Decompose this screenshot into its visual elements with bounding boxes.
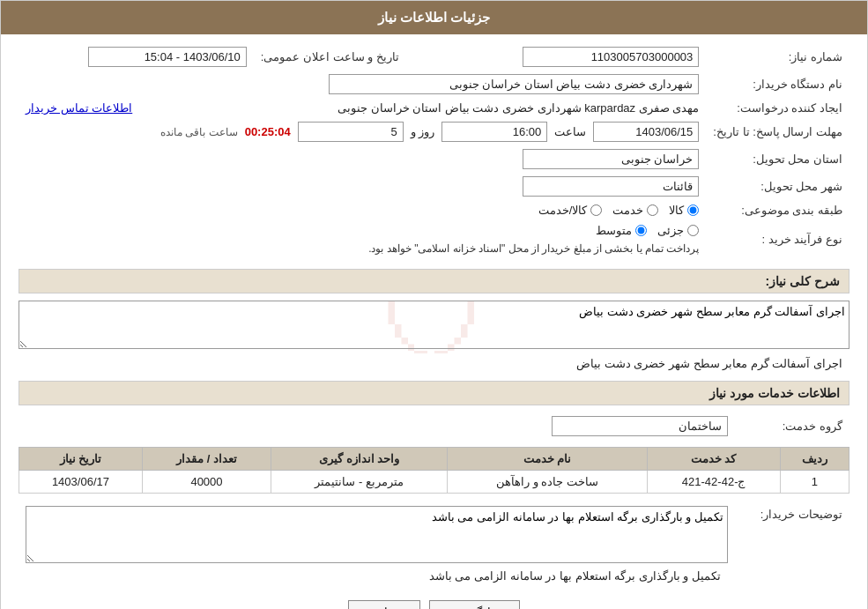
mohlat-label: مهلت ارسال پاسخ: تا تاریخ: (706, 118, 849, 145)
name-dastgah-value: شهرداری خضری دشت بیاض استان خراسان جنوبی (329, 74, 699, 94)
button-group: بازگشت چاپ (19, 600, 849, 609)
shomare-niaz-value: 1103005703000003 (523, 47, 699, 67)
etela-tamas-link[interactable]: اطلاعات تماس خریدار (26, 101, 132, 115)
col-date: تاریخ نیاز (19, 448, 143, 471)
services-table: ردیف کد خدمت نام خدمت واحد اندازه گیری ت… (19, 447, 849, 494)
ostan-label: استان محل تحویل: (706, 145, 849, 173)
tarikh-label: تاریخ و ساعت اعلان عمومی: (254, 43, 417, 71)
sharh-container: 🛡 اجرای آسفالت گرم معابر سطح شهر خضری دش… (19, 301, 849, 370)
col-radif: ردیف (780, 448, 849, 471)
buyer-notes-container: تکمیل و بارگذاری برگه استعلام بها در سام… (26, 506, 728, 583)
name-dastgah-label: نام دستگاه خریدار: (706, 71, 849, 98)
ostan-value: خراسان جنوبی (523, 149, 699, 169)
page-title: جزئیات اطلاعات نیاز (1, 1, 867, 34)
col-qty: تعداد / مقدار (142, 448, 271, 471)
noe-jozi[interactable]: جزئی (657, 224, 699, 237)
col-code: کد خدمت (647, 448, 780, 471)
tabaqe-khedmat[interactable]: خدمت (612, 204, 658, 217)
table-row: 1ج-42-42-421ساخت جاده و راهآهنمترمربع - … (19, 471, 849, 494)
mohlat-saat-label: ساعت (554, 125, 586, 138)
noe-farayand-label: نوع فرآیند خرید : (706, 220, 849, 258)
gorooh-value: ساختمان (552, 416, 728, 436)
ejad-konande-label: ایجاد کننده درخواست: (706, 98, 849, 118)
sharh-textarea[interactable] (19, 301, 849, 349)
mohlat-remaining-value: 00:25:04 (245, 125, 291, 138)
mohlat-date: 1403/06/15 (593, 122, 699, 142)
noe-farayand-note: پرداخت تمام یا بخشی از مبلغ خریدار از مح… (368, 242, 699, 255)
btn-back[interactable]: بازگشت (429, 600, 520, 609)
khadamat-section-title: اطلاعات خدمات مورد نیاز (19, 381, 849, 405)
tabaqe-kala[interactable]: کالا (669, 204, 699, 217)
buyer-notes-textarea[interactable] (26, 506, 728, 563)
mohlat-rooz-value: 5 (298, 122, 404, 142)
shahr-label: شهر محل تحویل: (706, 173, 849, 200)
tarikh-value: 1403/06/10 - 15:04 (88, 47, 247, 67)
gorooh-label: گروه خدمت: (735, 412, 849, 440)
noe-motawaset[interactable]: متوسط (596, 224, 647, 237)
buyer-notes-value: تکمیل و بارگذاری برگه استعلام بها در سام… (26, 566, 728, 583)
col-unit: واحد اندازه گیری (271, 448, 448, 471)
tabaqe-label: طبقه بندی موضوعی: (706, 200, 849, 220)
sharh-value: اجرای آسفالت گرم معابر سطح شهر خضری دشت … (19, 353, 849, 370)
mohlat-rooz-label: روز و (411, 125, 435, 138)
shahr-value: قائنات (523, 176, 699, 197)
btn-print[interactable]: چاپ (348, 600, 420, 609)
shomare-niaz-label: شماره نیاز: (706, 43, 849, 71)
sharh-section-title: شرح کلی نیاز: (19, 269, 849, 293)
ejad-konande-value: مهدی صفری karpardaz شهرداری خضری دشت بیا… (338, 101, 699, 115)
mohlat-remaining-label: ساعت باقی مانده (160, 126, 238, 138)
tabaqe-kala-khedmat[interactable]: کالا/خدمت (538, 204, 603, 217)
mohlat-saat-value: 16:00 (441, 122, 547, 142)
buyer-notes-label: توضیحات خریدار: (735, 502, 849, 586)
col-name: نام خدمت (448, 448, 647, 471)
